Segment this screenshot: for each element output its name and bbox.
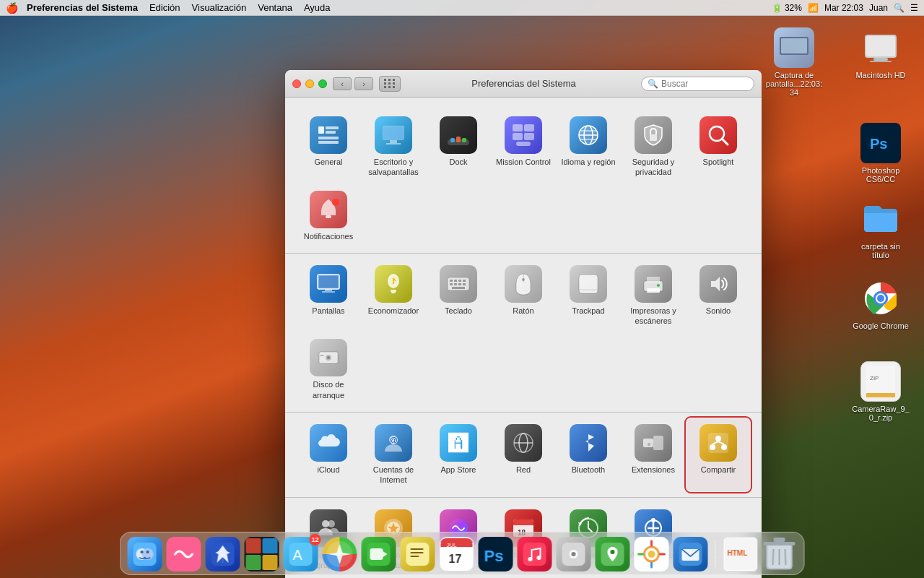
extensiones-label: Extensiones [632, 465, 675, 475]
svg-point-58 [327, 356, 330, 359]
dock-maps[interactable] [596, 537, 630, 571]
svg-point-71 [710, 444, 715, 450]
svg-rect-106 [870, 61, 892, 62]
svg-point-153 [572, 552, 576, 556]
menu-edicion[interactable]: Edición [149, 2, 180, 13]
svg-point-27 [332, 199, 339, 206]
svg-rect-169 [764, 542, 796, 545]
svg-rect-67 [653, 436, 663, 450]
notificaciones-label: Notificaciones [304, 231, 353, 241]
dock-mail[interactable] [674, 537, 708, 571]
window-titlebar: ‹ › Preferencias del Sistema 🔍 [285, 70, 762, 98]
dock-trash[interactable] [762, 537, 797, 571]
dock-safari[interactable] [323, 537, 357, 571]
bluetooth-icon [570, 424, 607, 462]
svg-text:Ps: Ps [870, 136, 887, 152]
bluetooth-label: Bluetooth [572, 465, 605, 475]
pref-economizador[interactable]: Economizador [362, 259, 425, 332]
dock-appstore[interactable]: A 12 [284, 537, 318, 571]
menubar-right: 🔋 32% 📶 Mar 22:03 Juan 🔍 ☰ [772, 3, 918, 13]
dock-photoshop[interactable]: Ps [479, 537, 513, 571]
pref-general[interactable]: General [297, 111, 360, 184]
search-menu-icon[interactable]: 🔍 [894, 3, 905, 13]
pref-seguridad[interactable]: Seguridad y privacidad [622, 111, 685, 184]
dock-separator [715, 540, 716, 569]
raton-icon [505, 265, 542, 303]
svg-rect-137 [406, 543, 430, 566]
pref-escritorio[interactable]: Escritorio y salvapantallas [362, 111, 425, 184]
dock-sysprefs[interactable] [557, 537, 591, 571]
pref-appstore[interactable]: 🅰 App Store [427, 418, 490, 491]
pref-red[interactable]: Red [492, 418, 555, 491]
search-input[interactable] [661, 79, 748, 89]
pref-notificaciones[interactable]: Notificaciones [297, 185, 360, 247]
escritorio-icon [375, 116, 412, 154]
desktop-icon-screenshot[interactable]: Captura de pantalla...22:03:34 [765, 27, 823, 97]
svg-rect-33 [391, 290, 396, 292]
dock-siri[interactable] [167, 537, 201, 571]
svg-rect-17 [516, 142, 531, 146]
trackpad-label: Trackpad [572, 306, 604, 316]
menu-visualizacion[interactable]: Visualización [192, 2, 247, 13]
dock: A 12 17JUL Ps [120, 532, 805, 575]
dock-music[interactable] [518, 537, 552, 571]
pref-extensiones[interactable]: Extensiones [622, 418, 685, 491]
svg-rect-13 [513, 124, 523, 131]
desktop-icon-carpeta[interactable]: carpeta sin título [852, 199, 910, 259]
desktop-icon-photoshop[interactable]: Ps Photoshop CS6/CC [852, 123, 910, 184]
sonido-label: Sonido [706, 306, 731, 316]
dock-finder[interactable] [128, 537, 162, 571]
svg-marker-55 [711, 277, 720, 291]
menu-app-name[interactable]: Preferencias del Sistema [27, 2, 138, 13]
pref-idioma[interactable]: Idioma y región [557, 111, 620, 184]
dock-html[interactable]: HTML [723, 537, 758, 571]
dock-notes[interactable] [401, 537, 435, 571]
pref-compartir[interactable]: Compartir [687, 418, 750, 491]
general-icon [310, 116, 347, 154]
pref-mission[interactable]: Mission Control [492, 111, 555, 184]
minimize-button[interactable] [305, 79, 314, 88]
pref-disco[interactable]: Disco de arranque [297, 333, 360, 406]
back-button[interactable]: ‹ [333, 77, 352, 90]
pref-trackpad[interactable]: Trackpad [557, 259, 620, 332]
desktop-icon-chrome[interactable]: Google Chrome [852, 278, 910, 330]
pref-pantallas[interactable]: Pantallas [297, 259, 360, 332]
svg-rect-102 [781, 38, 807, 53]
desktop-icon-macintosh-hd[interactable]: Macintosh HD [852, 27, 910, 79]
grid-view-button[interactable] [379, 76, 401, 92]
pref-dock[interactable]: Dock [427, 111, 490, 184]
maximize-button[interactable] [318, 79, 327, 88]
svg-rect-42 [450, 283, 453, 285]
pantallas-label: Pantallas [312, 306, 344, 316]
svg-text:17: 17 [449, 553, 462, 565]
pref-icloud[interactable]: iCloud [297, 418, 360, 491]
teclado-label: Teclado [445, 306, 472, 316]
menu-ayuda[interactable]: Ayuda [304, 2, 331, 13]
pref-sonido[interactable]: Sonido [687, 259, 750, 332]
close-button[interactable] [292, 79, 301, 88]
appstore-badge: 12 [309, 534, 321, 545]
pref-bluetooth[interactable]: Bluetooth [557, 418, 620, 491]
dock-photos-grid[interactable] [245, 537, 279, 571]
search-box[interactable]: 🔍 [641, 77, 754, 91]
svg-point-54 [657, 284, 660, 287]
apple-logo[interactable]: 🍎 [6, 2, 18, 14]
pref-spotlight[interactable]: Spotlight [687, 111, 750, 184]
pref-teclado[interactable]: Teclado [427, 259, 490, 332]
notification-icon[interactable]: ☰ [910, 3, 918, 13]
dock-photos[interactable] [635, 537, 669, 571]
pref-impresoras[interactable]: Impresoras y escáneres [622, 259, 685, 332]
menu-ventana[interactable]: Ventana [258, 2, 292, 13]
svg-point-158 [648, 551, 655, 558]
pref-raton[interactable]: Ratón [492, 259, 555, 332]
dock-launchpad[interactable] [206, 537, 240, 571]
forward-button[interactable]: › [354, 77, 373, 90]
nav-buttons: ‹ › [333, 77, 373, 90]
svg-rect-41 [463, 280, 466, 282]
desktop-icon-cameraraw[interactable]: ZIP CameraRaw_9_0_r.zip [852, 361, 910, 422]
dock-calendar[interactable]: 17JUL [440, 537, 474, 571]
pref-cuentas[interactable]: @ Cuentas de Internet [362, 418, 425, 491]
dock-facetime[interactable] [362, 537, 396, 571]
svg-rect-126 [263, 538, 278, 553]
time-display: Mar 22:03 [824, 3, 863, 13]
